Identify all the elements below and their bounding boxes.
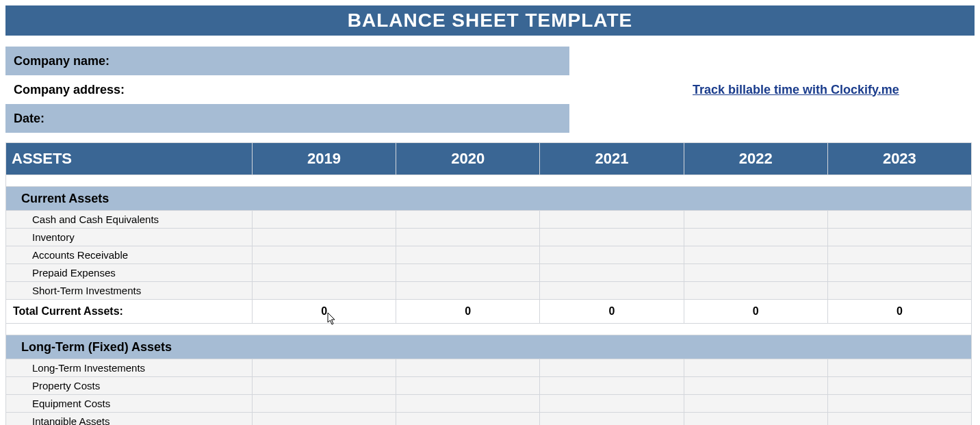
year-header: 2021 [540,143,684,175]
table-row: Intangible Assets [6,413,972,426]
year-header: 2023 [827,143,971,175]
table-row: Accounts Receivable [6,246,972,264]
table-header-row: ASSETS 2019 2020 2021 2022 2023 [6,143,972,175]
year-header: 2019 [253,143,396,175]
table-row: Prepaid Expenses [6,264,972,282]
section-current-assets: Current Assets [6,187,972,211]
year-header: 2020 [396,143,540,175]
date-label: Date: [5,104,569,133]
section-longterm-assets: Long-Term (Fixed) Assets [6,335,972,359]
clockify-link[interactable]: Track billable time with Clockify.me [693,83,899,96]
table-row: Long-Term Investements [6,359,972,377]
page-title: BALANCE SHEET TEMPLATE [5,5,975,36]
assets-header: ASSETS [6,143,253,175]
year-header: 2022 [684,143,827,175]
info-block: Company name: Company address: Track bil… [5,47,975,133]
company-name-label: Company name: [5,47,569,75]
table-row: Short-Term Investments [6,282,972,300]
table-row: Equipment Costs [6,395,972,413]
table-row: Cash and Cash Equivalents [6,211,972,229]
company-address-label: Company address: [5,75,569,104]
total-current-assets-row: Total Current Assets: 0 0 0 0 0 [6,300,972,324]
table-row: Inventory [6,229,972,246]
table-row: Property Costs [6,377,972,395]
assets-table: ASSETS 2019 2020 2021 2022 2023 Current … [5,142,972,425]
